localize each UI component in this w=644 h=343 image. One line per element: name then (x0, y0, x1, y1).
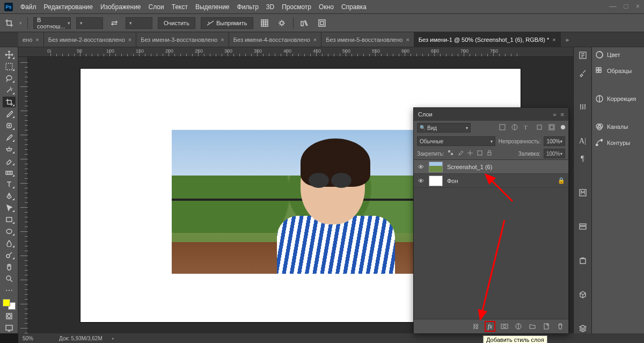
document-tab[interactable]: Без имени-3-восстановлено× (136, 32, 229, 47)
edit-toolbar-icon[interactable]: ⋯ (3, 285, 16, 296)
panel-item-color[interactable]: Цвет (595, 50, 644, 59)
document-tab[interactable]: Без имени-4-восстановлено× (229, 32, 322, 47)
crop-width-input[interactable] (76, 17, 103, 29)
menu-window[interactable]: Окно (319, 3, 334, 11)
delete-layer-icon[interactable] (555, 322, 565, 331)
eyedropper-tool[interactable] (3, 108, 16, 119)
filter-toggle-icon[interactable] (561, 125, 565, 129)
tab-overflow-icon[interactable]: » (561, 37, 574, 43)
ruler-horizontal[interactable]: 0501001502002503003504004505005506006507… (18, 47, 573, 57)
path-select-tool[interactable] (3, 202, 16, 213)
glyphs-icon[interactable] (577, 188, 589, 197)
type-tool[interactable] (3, 179, 16, 189)
marquee-tool[interactable] (3, 61, 16, 72)
clone-stamp-tool[interactable] (3, 144, 16, 155)
layer-thumbnail[interactable] (429, 176, 443, 186)
tab-close-icon[interactable]: × (221, 37, 224, 43)
menu-text[interactable]: Текст (172, 3, 188, 11)
fill-input[interactable]: 100% (544, 149, 565, 158)
color-swatches[interactable] (3, 299, 16, 310)
menu-layers[interactable]: Слои (149, 3, 164, 11)
layers-dock-icon[interactable] (577, 324, 589, 333)
doc-size-info[interactable]: Док: 5,93M/3,62M (59, 335, 103, 341)
crop-height-input[interactable] (126, 17, 152, 29)
grid-overlay-icon[interactable] (259, 17, 270, 29)
tab-close-icon[interactable]: × (552, 37, 555, 43)
crop-ratio-dropdown[interactable]: В соотнош... (33, 17, 71, 29)
document-tab[interactable]: Без имени-1 @ 50% (Screenshot_1 (6), RGB… (414, 32, 561, 47)
zoom-level[interactable]: 50% (23, 335, 49, 341)
ellipse-tool[interactable] (3, 226, 16, 237)
crop-tool[interactable] (3, 97, 16, 107)
layer-lock-icon[interactable]: 🔒 (558, 177, 565, 184)
hand-tool[interactable] (3, 261, 16, 272)
lasso-tool[interactable] (3, 73, 16, 84)
tab-close-icon[interactable]: × (313, 37, 317, 43)
layer-group-icon[interactable] (528, 322, 537, 331)
character-icon[interactable]: A| (577, 136, 589, 145)
history-icon[interactable] (577, 50, 589, 60)
document-tab[interactable]: Без имени-2-восстановлено× (44, 32, 137, 47)
filter-adjust-icon[interactable] (511, 124, 519, 132)
layers-panel-header[interactable]: Слои »≡ (414, 108, 568, 121)
magic-wand-tool[interactable] (3, 85, 16, 96)
placed-photo-layer[interactable] (172, 130, 435, 274)
healing-brush-tool[interactable] (3, 120, 16, 131)
lock-position-icon[interactable] (467, 150, 473, 157)
maximize-icon[interactable]: □ (624, 2, 628, 10)
gradient-tool[interactable] (3, 167, 16, 178)
crop-settings-icon[interactable] (276, 17, 288, 29)
menu-help[interactable]: Справка (341, 3, 367, 11)
layer-visibility-icon[interactable]: 👁 (417, 164, 425, 170)
tab-close-icon[interactable]: × (35, 37, 39, 43)
lock-all-icon[interactable] (486, 150, 493, 157)
document-tab[interactable]: ено× (18, 32, 44, 47)
lock-pixels-icon[interactable] (457, 150, 464, 157)
zoom-tool[interactable] (3, 273, 16, 284)
filter-type-icon[interactable]: T (524, 124, 531, 132)
lock-artboard-icon[interactable] (477, 150, 483, 157)
lock-transparency-icon[interactable] (448, 150, 454, 157)
paragraph-icon[interactable]: ¶ (577, 154, 589, 163)
menu-3d[interactable]: 3D (266, 3, 274, 11)
layer-thumbnail[interactable] (429, 162, 443, 172)
pen-tool[interactable] (3, 191, 16, 201)
filter-shape-icon[interactable] (536, 124, 544, 132)
blur-tool[interactable] (3, 238, 16, 249)
layer-name[interactable]: Screenshot_1 (6) (447, 164, 492, 170)
content-aware-icon[interactable] (316, 17, 328, 29)
menu-filter[interactable]: Фильтр (237, 3, 259, 11)
menu-edit[interactable]: Редактирование (44, 3, 93, 11)
screen-mode-icon[interactable] (3, 323, 16, 333)
opacity-input[interactable]: 100% (544, 136, 565, 146)
brush-tool[interactable] (3, 132, 16, 143)
menu-view[interactable]: Просмотр (282, 3, 311, 11)
filter-smart-icon[interactable] (548, 124, 556, 132)
menu-file[interactable]: Файл (20, 3, 36, 11)
move-tool[interactable] (3, 49, 16, 60)
delete-cropped-icon[interactable] (299, 17, 311, 29)
swap-dimensions-icon[interactable] (108, 17, 120, 29)
layer-filter-dropdown[interactable]: 🔍Вид (417, 123, 471, 133)
menu-image[interactable]: Изображение (100, 3, 141, 11)
foreground-color-swatch[interactable] (3, 299, 10, 306)
clear-button[interactable]: Очистить (158, 17, 195, 29)
blend-mode-dropdown[interactable]: Обычные (417, 136, 495, 146)
3d-icon[interactable] (577, 290, 589, 299)
new-layer-icon[interactable] (541, 322, 551, 331)
panel-item-adjustments[interactable]: Коррекция (595, 94, 644, 103)
panel-menu-icon[interactable]: ≡ (561, 111, 564, 118)
quick-mask-icon[interactable] (3, 311, 16, 322)
libraries-icon[interactable] (577, 256, 589, 265)
collapse-icon[interactable]: » (553, 111, 556, 118)
minimize-icon[interactable]: — (610, 2, 617, 10)
close-icon[interactable]: × (635, 2, 640, 10)
filter-pixel-icon[interactable] (499, 124, 507, 132)
straighten-button[interactable]: Выпрямить (201, 17, 253, 29)
panel-item-paths[interactable]: Контуры (595, 138, 644, 147)
layer-name[interactable]: Фон (447, 178, 458, 184)
panel-item-channels[interactable]: Каналы (595, 122, 644, 131)
eraser-tool[interactable] (3, 156, 16, 166)
menu-select[interactable]: Выделение (195, 3, 230, 11)
brushes-icon[interactable] (577, 68, 589, 77)
